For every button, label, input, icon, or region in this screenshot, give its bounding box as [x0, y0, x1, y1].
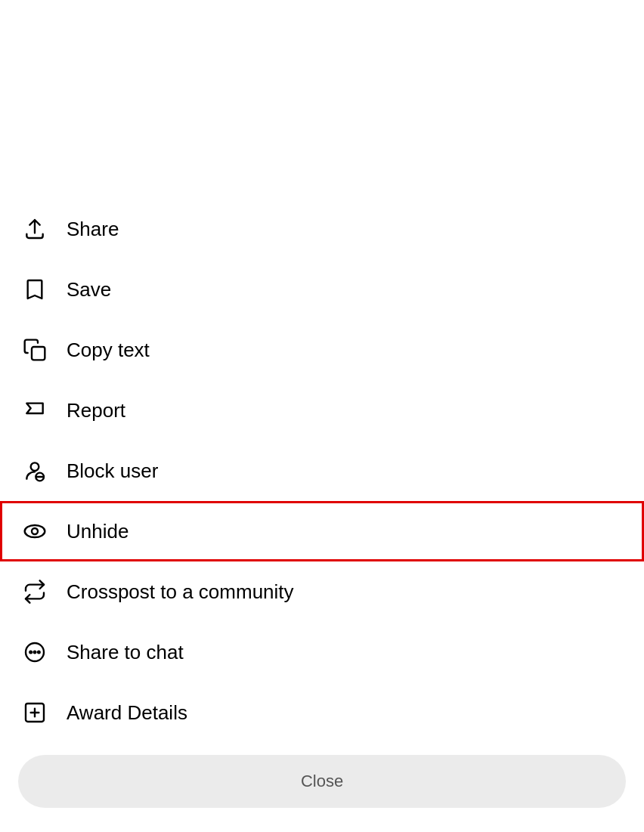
menu-item-unhide-label: Unhide	[67, 520, 128, 543]
report-icon	[21, 397, 48, 424]
menu-item-report-label: Report	[67, 399, 125, 422]
share-chat-icon	[21, 639, 48, 666]
svg-point-5	[32, 528, 38, 534]
svg-point-7	[29, 651, 32, 654]
svg-point-4	[25, 525, 45, 537]
share-icon	[21, 215, 48, 243]
menu-item-share-to-chat[interactable]: Share to chat	[0, 622, 644, 682]
menu-item-share[interactable]: Share	[0, 199, 644, 259]
menu-item-crosspost[interactable]: Crosspost to a community	[0, 561, 644, 622]
close-button[interactable]: Close	[18, 755, 626, 808]
menu-item-crosspost-label: Crosspost to a community	[67, 580, 294, 604]
unhide-icon	[21, 518, 48, 545]
menu-item-share-to-chat-label: Share to chat	[67, 641, 184, 664]
menu-item-save[interactable]: Save	[0, 259, 644, 320]
svg-rect-0	[32, 347, 45, 360]
menu-item-award-details-label: Award Details	[67, 701, 187, 725]
award-icon	[21, 699, 48, 726]
menu-item-block-user-label: Block user	[67, 459, 158, 483]
close-button-area: Close	[0, 743, 644, 832]
menu-item-unhide[interactable]: Unhide	[0, 501, 644, 561]
menu-item-copy-text-label: Copy text	[67, 339, 150, 362]
menu-item-save-label: Save	[67, 278, 111, 302]
menu-item-share-label: Share	[67, 218, 119, 241]
menu-item-block-user[interactable]: Block user	[0, 441, 644, 501]
menu-item-report[interactable]: Report	[0, 380, 644, 441]
save-icon	[21, 276, 48, 303]
crosspost-icon	[21, 578, 48, 605]
action-sheet: Share Save Copy text Report	[0, 193, 644, 832]
svg-point-8	[34, 651, 36, 654]
copy-text-icon	[21, 336, 48, 363]
menu-item-award-details[interactable]: Award Details	[0, 682, 644, 743]
svg-point-1	[31, 462, 39, 471]
menu-item-copy-text[interactable]: Copy text	[0, 320, 644, 380]
block-user-icon	[21, 457, 48, 484]
svg-point-9	[38, 651, 40, 654]
